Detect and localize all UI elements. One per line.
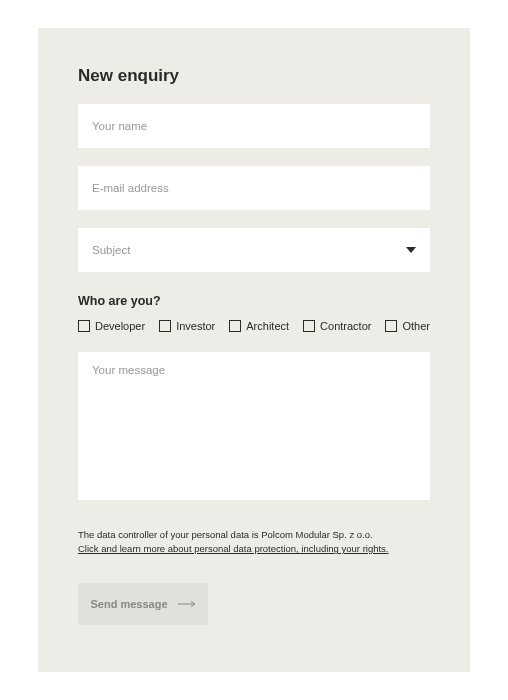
checkbox-icon[interactable] xyxy=(159,320,171,332)
enquiry-panel: New enquiry Who are you? Developer Inves… xyxy=(38,28,470,672)
who-heading: Who are you? xyxy=(78,294,430,308)
send-label: Send message xyxy=(90,598,167,610)
option-label: Other xyxy=(402,320,430,332)
option-label: Investor xyxy=(176,320,215,332)
subject-input[interactable] xyxy=(78,228,430,272)
who-options: Developer Investor Architect Contractor … xyxy=(78,320,430,332)
option-contractor[interactable]: Contractor xyxy=(303,320,371,332)
checkbox-icon[interactable] xyxy=(78,320,90,332)
option-investor[interactable]: Investor xyxy=(159,320,215,332)
checkbox-icon[interactable] xyxy=(385,320,397,332)
subject-select[interactable] xyxy=(78,228,430,272)
name-input[interactable] xyxy=(78,104,430,148)
send-button[interactable]: Send message xyxy=(78,583,208,625)
option-label: Contractor xyxy=(320,320,371,332)
option-label: Architect xyxy=(246,320,289,332)
option-architect[interactable]: Architect xyxy=(229,320,289,332)
option-other[interactable]: Other xyxy=(385,320,430,332)
privacy-link[interactable]: Click and learn more about personal data… xyxy=(78,542,430,556)
notice-line1: The data controller of your personal dat… xyxy=(78,528,430,542)
email-input[interactable] xyxy=(78,166,430,210)
message-textarea[interactable] xyxy=(78,352,430,500)
option-developer[interactable]: Developer xyxy=(78,320,145,332)
arrow-right-icon xyxy=(178,601,196,607)
page-title: New enquiry xyxy=(78,66,430,86)
checkbox-icon[interactable] xyxy=(229,320,241,332)
option-label: Developer xyxy=(95,320,145,332)
checkbox-icon[interactable] xyxy=(303,320,315,332)
privacy-notice: The data controller of your personal dat… xyxy=(78,528,430,557)
